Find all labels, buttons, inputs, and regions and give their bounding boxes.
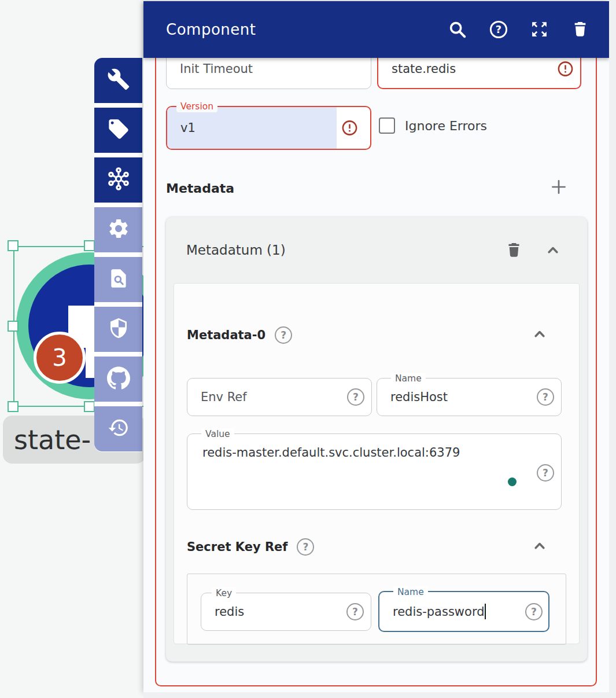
teal-status-dot — [508, 477, 517, 486]
version-value: v1 — [167, 121, 196, 135]
secret-key-ref-group: Key redis ? Name redis-password ? — [187, 574, 566, 645]
type-value: state.redis — [392, 62, 456, 76]
metadatum-title: Metadatum (1) — [186, 243, 286, 258]
metadata-0-header: Metadata-0 ? — [187, 326, 292, 344]
chevron-up-icon — [531, 325, 548, 345]
metadata-value-field[interactable]: Value redis-master.default.svc.cluster.l… — [187, 434, 562, 510]
type-field[interactable]: state.redis — [377, 58, 581, 89]
help-icon[interactable]: ? — [489, 20, 508, 39]
doc-search-icon — [108, 267, 130, 292]
help-circle-icon[interactable]: ? — [525, 603, 543, 620]
delete-component-icon[interactable] — [571, 20, 591, 39]
help-circle-icon[interactable]: ? — [537, 464, 554, 482]
inspect-definition-button[interactable] — [94, 257, 142, 302]
collapse-metadatum-button[interactable] — [543, 241, 563, 261]
github-button[interactable] — [94, 357, 142, 402]
badge-count: 3 — [52, 344, 67, 371]
collapse-secret-key-ref-button[interactable] — [530, 538, 549, 556]
metadatum-accordion: Metadatum (1) Metadata-0 ? — [166, 217, 587, 662]
metadata-value-text: redis-master.default.svc.cluster.local:6… — [202, 446, 460, 460]
env-ref-field[interactable]: Env Ref ? — [187, 378, 372, 416]
metadata-name-label: Name — [391, 373, 426, 384]
plus-icon — [549, 177, 569, 199]
metadata-value-label: Value — [201, 428, 234, 440]
expand-icon[interactable] — [530, 20, 549, 39]
page-background-strip — [143, 692, 609, 698]
wrench-icon — [107, 68, 130, 93]
init-timeout-placeholder: Init Timeout — [180, 62, 253, 76]
error-icon — [341, 119, 359, 137]
init-timeout-field[interactable]: Init Timeout — [166, 58, 371, 89]
history-button[interactable] — [94, 406, 142, 451]
selection-handle-sw[interactable] — [8, 401, 19, 412]
search-icon[interactable] — [448, 20, 467, 39]
secret-name-field[interactable]: Name redis-password ? — [378, 591, 549, 632]
settings-button[interactable] — [94, 207, 142, 252]
add-metadata-button[interactable] — [548, 178, 569, 199]
panel-title: Component — [143, 21, 448, 38]
panel-body: Init Timeout state.redis v1 Version Igno… — [143, 58, 609, 692]
chevron-up-icon — [531, 537, 548, 557]
shield-icon — [108, 317, 130, 341]
node-error-count-badge: 3 — [34, 332, 86, 384]
secret-key-ref-header: Secret Key Ref ? — [187, 538, 314, 556]
hub-button[interactable] — [94, 157, 142, 203]
secret-key-value: redis — [215, 605, 244, 619]
security-button[interactable] — [94, 307, 142, 352]
selection-handle-s[interactable] — [84, 401, 95, 412]
version-label: Version — [176, 101, 217, 112]
secret-key-label: Key — [212, 587, 236, 599]
chevron-up-icon — [544, 241, 562, 261]
collapse-metadata-0-button[interactable] — [530, 326, 549, 344]
ignore-errors-label: Ignore Errors — [405, 117, 487, 134]
svg-text:?: ? — [496, 24, 501, 35]
selection-handle-w[interactable] — [8, 321, 19, 332]
metadatum-body: Metadata-0 ? Env Ref ? Name redisHost ? — [174, 283, 580, 644]
component-config-panel: Component ? — [143, 1, 609, 692]
metadata-heading: Metadata — [166, 181, 234, 196]
ignore-errors-checkbox[interactable] — [379, 117, 395, 134]
history-icon — [108, 417, 130, 441]
error-icon — [556, 60, 574, 78]
text-cursor — [485, 604, 486, 619]
version-field[interactable]: v1 — [166, 106, 371, 150]
selection-handle-nw[interactable] — [8, 240, 19, 251]
help-circle-icon[interactable]: ? — [297, 538, 314, 556]
secret-key-ref-heading: Secret Key Ref — [187, 540, 287, 554]
metadata-0-heading: Metadata-0 — [187, 328, 265, 342]
trash-icon — [505, 241, 523, 261]
help-circle-icon[interactable]: ? — [347, 388, 364, 406]
secret-key-field[interactable]: Key redis ? — [201, 593, 371, 631]
help-circle-icon[interactable]: ? — [346, 603, 364, 620]
configure-button[interactable] — [94, 58, 142, 103]
delete-metadatum-button[interactable] — [504, 241, 523, 260]
github-icon — [107, 366, 130, 392]
secret-name-value: redis-password — [393, 605, 484, 619]
help-circle-icon[interactable]: ? — [275, 326, 292, 344]
tag-icon — [107, 117, 130, 143]
metadata-name-field[interactable]: Name redisHost ? — [377, 378, 562, 416]
metadata-name-value: redisHost — [390, 390, 448, 404]
secret-name-label: Name — [393, 586, 428, 598]
panel-header: Component ? — [143, 1, 609, 58]
node-action-toolbar — [94, 58, 142, 452]
selection-handle-n[interactable] — [84, 240, 95, 251]
gear-icon — [107, 217, 130, 243]
help-circle-icon[interactable]: ? — [537, 388, 554, 406]
env-ref-placeholder: Env Ref — [201, 390, 247, 404]
tag-button[interactable] — [94, 108, 142, 153]
page-background-strip — [609, 0, 616, 698]
hub-icon — [106, 167, 131, 193]
